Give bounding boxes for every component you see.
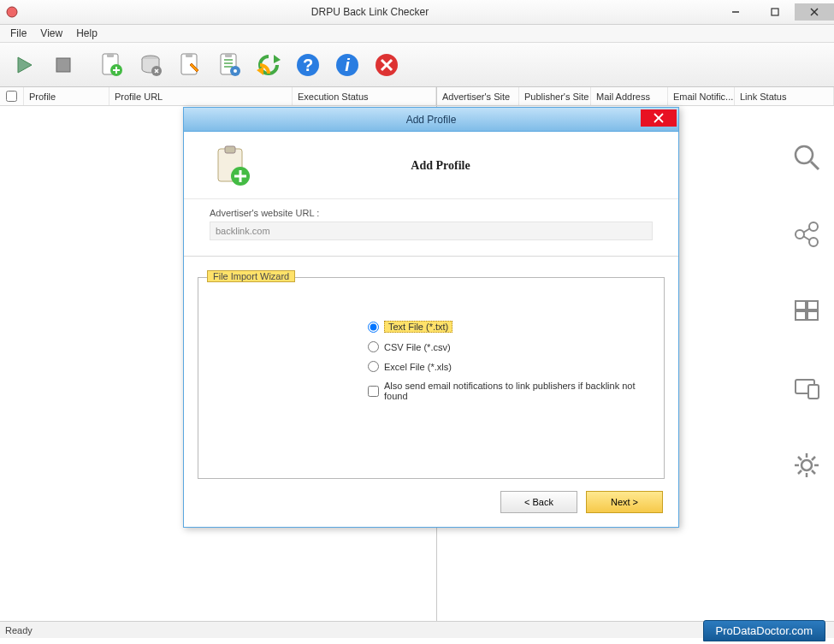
menu-file[interactable]: File <box>3 26 33 41</box>
window-title: DRPU Back Link Checker <box>24 6 716 18</box>
svg-point-22 <box>234 69 237 73</box>
edit-profile-button[interactable] <box>171 46 209 84</box>
svg-rect-39 <box>796 301 806 310</box>
dialog-title: Add Profile <box>184 114 678 126</box>
clipboard-add-icon <box>210 144 254 188</box>
side-tools <box>779 106 834 621</box>
col-execution-status[interactable]: Execution Status <box>293 87 436 105</box>
svg-point-36 <box>809 238 818 246</box>
file-import-wizard: File Import Wizard Text File (*.txt) CSV… <box>198 277 665 479</box>
col-email-notific[interactable]: Email Notific... <box>668 87 735 105</box>
dialog-close-button[interactable] <box>641 109 677 127</box>
play-button[interactable] <box>5 46 43 84</box>
svg-rect-41 <box>796 311 806 320</box>
database-button[interactable] <box>132 46 169 84</box>
menubar: File View Help <box>0 25 834 43</box>
svg-rect-40 <box>807 301 818 310</box>
svg-line-51 <box>812 470 815 474</box>
add-profile-dialog: Add Profile Add Profile Advertiser's web… <box>183 107 679 528</box>
stop-button[interactable] <box>44 46 82 84</box>
menu-help[interactable]: Help <box>69 26 104 41</box>
svg-rect-57 <box>225 146 235 153</box>
svg-line-37 <box>803 228 810 233</box>
svg-rect-2 <box>772 9 778 15</box>
url-label: Advertiser's website URL : <box>210 208 653 218</box>
search-icon[interactable] <box>790 140 824 174</box>
windows-icon[interactable] <box>790 294 824 328</box>
maximize-button[interactable] <box>755 3 795 21</box>
svg-text:i: i <box>345 56 350 74</box>
radio-text-file[interactable]: Text File (*.txt) <box>368 321 647 333</box>
svg-line-53 <box>798 470 801 474</box>
minimize-button[interactable] <box>716 3 755 21</box>
col-profile[interactable]: Profile <box>24 87 109 105</box>
wizard-legend: File Import Wizard <box>207 270 295 282</box>
col-mail-address[interactable]: Mail Address <box>591 87 668 105</box>
settings-profile-button[interactable] <box>210 46 248 84</box>
select-all-checkbox[interactable] <box>0 87 24 105</box>
svg-marker-23 <box>274 55 281 63</box>
column-headers: Profile Profile URL Execution Status Adv… <box>0 87 834 106</box>
watermark: ProDataDoctor.com <box>703 620 825 641</box>
refresh-button[interactable] <box>250 46 287 84</box>
col-link-status[interactable]: Link Status <box>735 87 834 105</box>
svg-point-34 <box>796 230 804 239</box>
menu-view[interactable]: View <box>33 26 69 41</box>
svg-line-33 <box>811 162 819 169</box>
svg-line-50 <box>798 457 801 460</box>
svg-point-32 <box>796 146 813 163</box>
share-icon[interactable] <box>790 217 824 251</box>
svg-rect-6 <box>56 58 70 72</box>
back-button[interactable]: < Back <box>500 491 577 513</box>
col-profile-url[interactable]: Profile URL <box>109 87 293 105</box>
gear-icon[interactable] <box>790 448 824 482</box>
dialog-titlebar: Add Profile <box>184 108 678 132</box>
info-button[interactable]: i <box>328 46 366 84</box>
window-titlebar: DRPU Back Link Checker <box>0 0 834 25</box>
advertiser-url-input[interactable] <box>210 222 653 240</box>
svg-text:?: ? <box>303 56 313 74</box>
close-button[interactable] <box>795 3 834 21</box>
app-icon <box>5 5 19 19</box>
add-profile-button[interactable] <box>92 46 130 84</box>
svg-rect-17 <box>225 53 232 57</box>
svg-point-0 <box>7 7 17 17</box>
next-button[interactable]: Next > <box>586 491 663 513</box>
svg-rect-42 <box>807 311 818 320</box>
dialog-header-text: Add Profile <box>271 159 661 173</box>
checkbox-email-notify[interactable]: Also send email notifications to link pu… <box>368 381 647 401</box>
svg-line-38 <box>803 236 810 240</box>
svg-rect-8 <box>107 53 114 57</box>
radio-excel-file[interactable]: Excel File (*.xls) <box>368 361 647 372</box>
svg-rect-15 <box>186 53 192 57</box>
help-button[interactable]: ? <box>289 46 327 84</box>
devices-icon[interactable] <box>790 371 824 405</box>
cancel-button[interactable] <box>368 46 405 84</box>
svg-rect-44 <box>808 385 819 399</box>
svg-point-45 <box>801 460 812 470</box>
col-advertisers-site[interactable]: Advertiser's Site <box>437 87 519 105</box>
radio-csv-file[interactable]: CSV File (*.csv) <box>368 341 647 352</box>
status-ready: Ready <box>5 625 33 635</box>
col-publishers-site[interactable]: Publisher's Site <box>519 87 591 105</box>
svg-marker-5 <box>18 57 32 73</box>
svg-line-52 <box>812 457 815 460</box>
toolbar: ? i <box>0 43 834 87</box>
svg-point-35 <box>809 222 818 231</box>
